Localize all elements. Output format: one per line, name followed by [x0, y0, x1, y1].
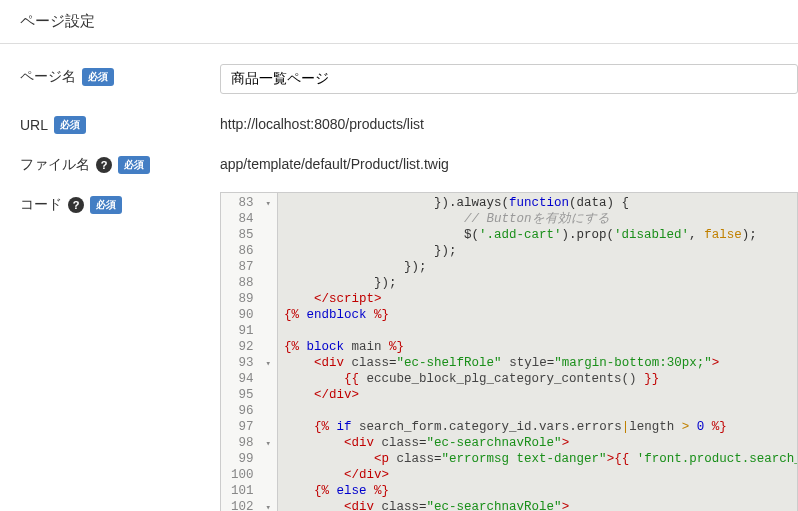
- row-url: URL 必須 http://localhost:8080/products/li…: [20, 112, 798, 134]
- code-line[interactable]: </div>: [284, 387, 797, 403]
- code-line[interactable]: }).always(function(data) {: [284, 195, 797, 211]
- gutter-line: 94: [231, 371, 271, 387]
- gutter-line: 102 ▾: [231, 499, 271, 511]
- label-text: ページ名: [20, 68, 76, 86]
- gutter-line: 91: [231, 323, 271, 339]
- label-file-name: ファイル名 ? 必須: [20, 152, 220, 174]
- code-line[interactable]: });: [284, 243, 797, 259]
- code-line[interactable]: {% block main %}: [284, 339, 797, 355]
- code-line[interactable]: <div class="ec-searchnavRole">: [284, 499, 797, 511]
- gutter-line: 88: [231, 275, 271, 291]
- code-line[interactable]: <div class="ec-searchnavRole">: [284, 435, 797, 451]
- gutter-line: 86: [231, 243, 271, 259]
- code-line[interactable]: [284, 403, 797, 419]
- label-text: URL: [20, 117, 48, 133]
- code-line[interactable]: $('.add-cart').prop('disabled', false);: [284, 227, 797, 243]
- code-line[interactable]: {% endblock %}: [284, 307, 797, 323]
- label-page-name: ページ名 必須: [20, 64, 220, 86]
- page-header: ページ設定: [0, 0, 798, 44]
- required-badge: 必須: [54, 116, 86, 134]
- form-content: ページ名 必須 URL 必須 http://localhost:8080/pro…: [0, 44, 798, 511]
- gutter-line: 87: [231, 259, 271, 275]
- page-title: ページ設定: [20, 12, 95, 29]
- code-line[interactable]: <p class="errormsg text-danger">{{ 'fron…: [284, 451, 797, 467]
- required-badge: 必須: [82, 68, 114, 86]
- gutter-line: 84: [231, 211, 271, 227]
- label-code: コード ? 必須: [20, 192, 220, 214]
- label-url: URL 必須: [20, 112, 220, 134]
- fold-arrow-icon[interactable]: ▾: [261, 436, 271, 452]
- code-line[interactable]: </script>: [284, 291, 797, 307]
- file-name-value: app/template/default/Product/list.twig: [220, 152, 798, 172]
- url-value: http://localhost:8080/products/list: [220, 112, 798, 132]
- label-text: ファイル名: [20, 156, 90, 174]
- gutter-line: 99: [231, 451, 271, 467]
- gutter-line: 83 ▾: [231, 195, 271, 211]
- value-page-name: [220, 64, 798, 94]
- code-line[interactable]: [284, 323, 797, 339]
- help-icon[interactable]: ?: [68, 197, 84, 213]
- gutter-line: 98 ▾: [231, 435, 271, 451]
- code-line[interactable]: });: [284, 275, 797, 291]
- fold-arrow-icon[interactable]: ▾: [261, 356, 271, 372]
- row-file-name: ファイル名 ? 必須 app/template/default/Product/…: [20, 152, 798, 174]
- code-line[interactable]: <div class="ec-shelfRole" style="margin-…: [284, 355, 797, 371]
- code-line[interactable]: {% else %}: [284, 483, 797, 499]
- gutter-line: 95: [231, 387, 271, 403]
- code-area[interactable]: }).always(function(data) { // Buttonを有効に…: [278, 193, 797, 511]
- gutter-line: 97: [231, 419, 271, 435]
- gutter-line: 90: [231, 307, 271, 323]
- code-gutter: 83 ▾84 85 86 87 88 89 90 91 92 93 ▾94 95…: [221, 193, 278, 511]
- code-line[interactable]: });: [284, 259, 797, 275]
- help-icon[interactable]: ?: [96, 157, 112, 173]
- fold-arrow-icon[interactable]: ▾: [261, 500, 271, 511]
- required-badge: 必須: [118, 156, 150, 174]
- code-line[interactable]: {% if search_form.category_id.vars.error…: [284, 419, 797, 435]
- gutter-line: 100: [231, 467, 271, 483]
- fold-arrow-icon[interactable]: ▾: [261, 196, 271, 212]
- gutter-line: 101: [231, 483, 271, 499]
- code-line[interactable]: // Buttonを有効にする: [284, 211, 797, 227]
- gutter-line: 93 ▾: [231, 355, 271, 371]
- row-page-name: ページ名 必須: [20, 64, 798, 94]
- required-badge: 必須: [90, 196, 122, 214]
- gutter-line: 96: [231, 403, 271, 419]
- code-line[interactable]: </div>: [284, 467, 797, 483]
- page-name-input[interactable]: [220, 64, 798, 94]
- gutter-line: 92: [231, 339, 271, 355]
- code-editor-wrap: 83 ▾84 85 86 87 88 89 90 91 92 93 ▾94 95…: [220, 192, 798, 511]
- gutter-line: 89: [231, 291, 271, 307]
- code-line[interactable]: {{ eccube_block_plg_category_contents() …: [284, 371, 797, 387]
- label-text: コード: [20, 196, 62, 214]
- row-code: コード ? 必須 83 ▾84 85 86 87 88 89 90 91 92 …: [20, 192, 798, 511]
- code-editor[interactable]: 83 ▾84 85 86 87 88 89 90 91 92 93 ▾94 95…: [220, 192, 798, 511]
- gutter-line: 85: [231, 227, 271, 243]
